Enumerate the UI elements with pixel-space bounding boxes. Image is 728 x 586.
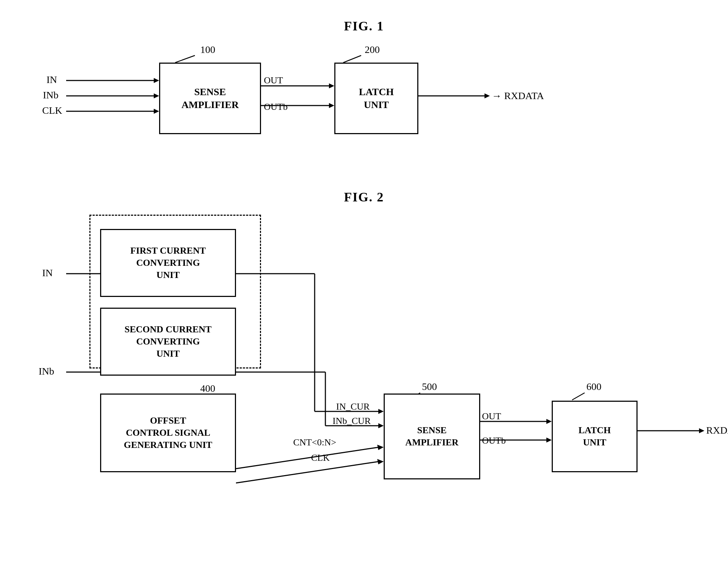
svg-text:INb: INb xyxy=(43,89,59,101)
svg-text:500: 500 xyxy=(422,381,437,392)
svg-line-19 xyxy=(175,55,195,63)
svg-line-64 xyxy=(572,393,585,400)
sense-amplifier-box-fig2: SENSE AMPLIFIER xyxy=(384,394,480,479)
sense-amplifier-box-fig1: SENSE AMPLIFIER xyxy=(159,63,261,134)
svg-text:IN: IN xyxy=(46,74,57,85)
svg-text:CLK: CLK xyxy=(311,453,330,463)
svg-marker-1 xyxy=(154,78,159,83)
svg-marker-3 xyxy=(154,93,159,98)
svg-line-38 xyxy=(236,462,379,483)
svg-marker-31 xyxy=(378,409,384,414)
second-current-converting-unit-box: SECOND CURRENT CONVERTING UNIT xyxy=(100,308,236,376)
svg-text:CNT<0:N>: CNT<0:N> xyxy=(293,437,336,448)
svg-marker-47 xyxy=(546,438,552,443)
svg-text:200: 200 xyxy=(365,44,380,55)
svg-line-36 xyxy=(236,447,379,469)
svg-marker-37 xyxy=(377,445,384,450)
svg-text:→ RXDATA: → RXDATA xyxy=(492,90,544,101)
svg-text:INb: INb xyxy=(39,366,54,377)
svg-text:IN_CUR: IN_CUR xyxy=(336,401,370,412)
svg-marker-45 xyxy=(546,419,552,424)
svg-text:RXDATA: RXDATA xyxy=(706,425,728,436)
svg-text:OUT: OUT xyxy=(264,75,283,86)
svg-marker-39 xyxy=(377,459,384,464)
latch-unit-box-fig1: LATCH UNIT xyxy=(334,63,418,134)
svg-text:IN: IN xyxy=(42,267,53,278)
svg-marker-5 xyxy=(154,109,159,114)
svg-text:OUTb: OUTb xyxy=(482,435,506,446)
svg-marker-9 xyxy=(329,103,334,108)
svg-marker-51 xyxy=(699,428,704,433)
svg-text:CLK: CLK xyxy=(42,105,62,116)
svg-text:400: 400 xyxy=(200,383,215,394)
svg-text:OUT: OUT xyxy=(482,411,501,421)
svg-line-21 xyxy=(343,55,361,63)
svg-marker-7 xyxy=(329,83,334,88)
svg-text:600: 600 xyxy=(586,381,601,392)
latch-unit-box-fig2: LATCH UNIT xyxy=(552,401,638,472)
svg-text:INb_CUR: INb_CUR xyxy=(333,416,371,426)
svg-text:100: 100 xyxy=(200,44,215,55)
first-current-converting-unit-box: FIRST CURRENT CONVERTING UNIT xyxy=(100,229,236,297)
svg-text:OUTb: OUTb xyxy=(264,102,287,112)
svg-marker-35 xyxy=(378,423,384,428)
svg-marker-11 xyxy=(484,93,490,98)
offset-control-signal-generating-unit-box: OFFSET CONTROL SIGNAL GENERATING UNIT xyxy=(100,394,236,472)
